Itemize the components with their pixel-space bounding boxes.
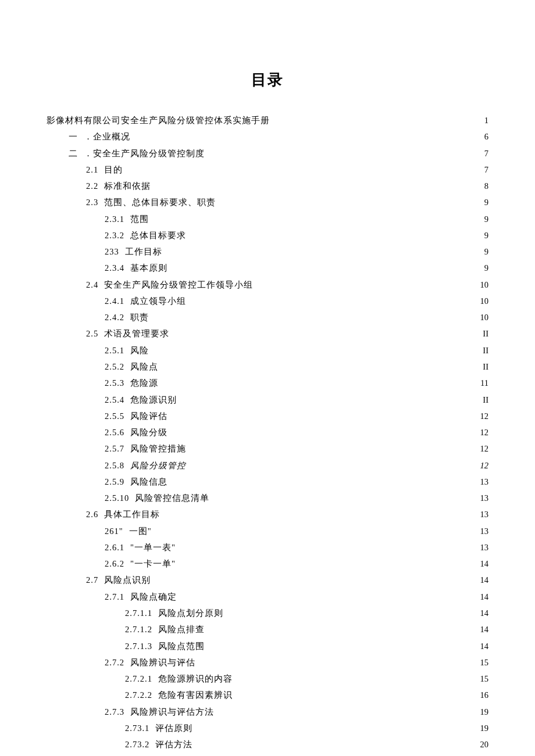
- toc-entry: 2.3.4基本原则9: [47, 260, 488, 276]
- toc-leader-dots: [167, 263, 481, 271]
- toc-entry: 影像材料有限公司安全生产风险分级管控体系实施手册1: [47, 112, 488, 128]
- toc-entry: 2.5.1风险II: [47, 342, 488, 359]
- toc-entry-text: 风险点识别: [104, 572, 151, 588]
- toc-leader-dots: [152, 525, 477, 534]
- toc-entry-text: 风险辨识与评估: [130, 654, 195, 671]
- toc-entry-page: 11: [477, 375, 488, 391]
- toc-entry-number: 2.73.1: [125, 720, 149, 736]
- toc-entry: 2.5.3危险源11: [47, 375, 488, 391]
- toc-entry-text: 危险源辨识的内容: [158, 671, 233, 687]
- toc-entry-number: 2.73.2: [125, 736, 149, 753]
- toc-entry-page: 9: [481, 227, 488, 243]
- toc-entry-page: 14: [477, 638, 489, 654]
- toc-leader-dots: [195, 657, 477, 665]
- toc-entry-number: 2.5.10: [105, 490, 129, 506]
- toc-leader-dots: [192, 739, 476, 748]
- toc-title: 目录: [47, 70, 488, 90]
- toc-entry-number: 2.4.1: [105, 293, 124, 309]
- toc-entry-page: 12: [477, 424, 489, 440]
- toc-entry-page: 20: [477, 736, 489, 753]
- toc-entry-number: 2.5.7: [105, 440, 124, 457]
- toc-entry: 2.2标准和依据8: [47, 178, 488, 194]
- toc-entry: 2.7.3风险辨识与评估方法19: [47, 704, 488, 720]
- toc-leader-dots: [186, 443, 477, 452]
- toc-entry-text: 风险分级: [130, 424, 167, 440]
- toc-entry-page: 10: [477, 277, 489, 293]
- toc-entry-page: 15: [477, 671, 489, 687]
- toc-leader-dots: [233, 673, 477, 682]
- toc-entry-page: 9: [481, 260, 488, 276]
- toc-entry-text: 一图": [129, 523, 152, 539]
- toc-entry-number: 一: [69, 128, 78, 145]
- toc-entry-text: 风险点范围: [158, 638, 205, 654]
- toc-entry: 2.3范围、总体目标要求、职责9: [47, 194, 488, 210]
- toc-entry-page: 14: [477, 605, 489, 621]
- toc-entry: 二．安全生产风险分级管控制度7: [47, 145, 488, 162]
- toc-entry: 2.73.2评估方法20: [47, 736, 488, 753]
- toc-entry: 2.5.9风险信息13: [47, 474, 488, 490]
- toc-leader-dots: [192, 722, 476, 731]
- toc-entry-text: 工作目标: [125, 243, 162, 260]
- toc-leader-dots: [176, 558, 477, 567]
- toc-entry-page: II: [479, 342, 488, 359]
- toc-entry-page: 14: [477, 589, 489, 605]
- toc-entry-page: 16: [477, 687, 489, 703]
- toc-entry-page: 19: [477, 720, 489, 736]
- toc-entry-number: 2.5.3: [105, 375, 124, 391]
- toc-entry-page: 12: [477, 440, 489, 457]
- toc-entry-text: 基本原则: [130, 260, 167, 276]
- toc-entry-text: "一卡一单": [130, 556, 176, 572]
- toc-entry: 2.73.1评估原则19: [47, 720, 488, 736]
- toc-entry-text: 范围、总体目标要求、职责: [104, 194, 216, 210]
- toc-entry-number: 2.6: [86, 506, 98, 522]
- toc-entry-number: 2.7: [86, 572, 98, 588]
- toc-entry-page: 19: [477, 704, 489, 720]
- toc-entry-page: 10: [477, 293, 489, 309]
- toc-entry: 2.7.1.1风险点划分原则14: [47, 605, 488, 621]
- toc-entry-text: 标准和依据: [104, 178, 151, 194]
- toc-leader-dots: [214, 706, 477, 715]
- toc-entry: 2.7.1.3风险点范围14: [47, 638, 488, 654]
- toc-leader-dots: [177, 591, 477, 600]
- toc-leader-dots: [158, 378, 477, 386]
- toc-entry-text: 风险点: [130, 359, 158, 375]
- toc-entry: 2.5.4危险源识别II: [47, 392, 488, 408]
- toc-entry-number: 2.7.2.2: [125, 687, 152, 703]
- toc-entry-text: 危险源: [130, 375, 158, 391]
- toc-leader-dots: [186, 230, 481, 238]
- toc-entry-number: 2.1: [86, 162, 98, 178]
- toc-entry-page: 14: [477, 572, 489, 588]
- toc-entry: 2.7.2风险辨识与评估15: [47, 654, 488, 671]
- toc-entry: 2.5术语及管理要求II: [47, 325, 488, 342]
- toc-entry-page: 13: [477, 490, 489, 506]
- toc-entry: 2.6.2"一卡一单"14: [47, 556, 488, 572]
- toc-entry-number: 2.3.4: [105, 260, 124, 276]
- toc-entry-number: 2.3.1: [105, 211, 124, 227]
- toc-leader-dots: [205, 640, 477, 649]
- toc-entry-text: 风险信息: [130, 474, 167, 490]
- toc-entry-page: 14: [477, 621, 489, 637]
- toc-entry-number: 261": [105, 523, 123, 539]
- toc-entry-text: ．安全生产风险分级管控制度: [84, 145, 205, 162]
- toc-entry-number: 2.5.6: [105, 424, 124, 440]
- toc-entry: 2.6具体工作目标13: [47, 506, 488, 522]
- toc-leader-dots: [149, 213, 481, 222]
- toc-leader-dots: [233, 690, 477, 698]
- toc-entry: 2.5.6风险分级12: [47, 424, 488, 440]
- toc-leader-dots: [160, 509, 476, 518]
- toc-entry-number: 2.6.2: [105, 556, 124, 572]
- toc-leader-dots: [130, 131, 481, 140]
- toc-entry-text: "一单一表": [130, 539, 176, 556]
- toc-entry: 2.5.10风险管控信息清单13: [47, 490, 488, 506]
- toc-entry-number: 2.7.1.1: [125, 605, 152, 621]
- toc-entry: 2.4.2职责10: [47, 309, 488, 325]
- toc-entry-number: 2.5.9: [105, 474, 124, 490]
- toc-leader-dots: [186, 460, 477, 468]
- toc-entry-page: 9: [481, 194, 488, 210]
- toc-entry-page: 15: [477, 654, 489, 671]
- toc-leader-dots: [186, 295, 477, 304]
- toc-leader-dots: [169, 328, 479, 337]
- toc-entry-number: 233: [105, 243, 119, 260]
- toc-entry-number: 2.5.4: [105, 392, 124, 408]
- toc-leader-dots: [162, 246, 481, 255]
